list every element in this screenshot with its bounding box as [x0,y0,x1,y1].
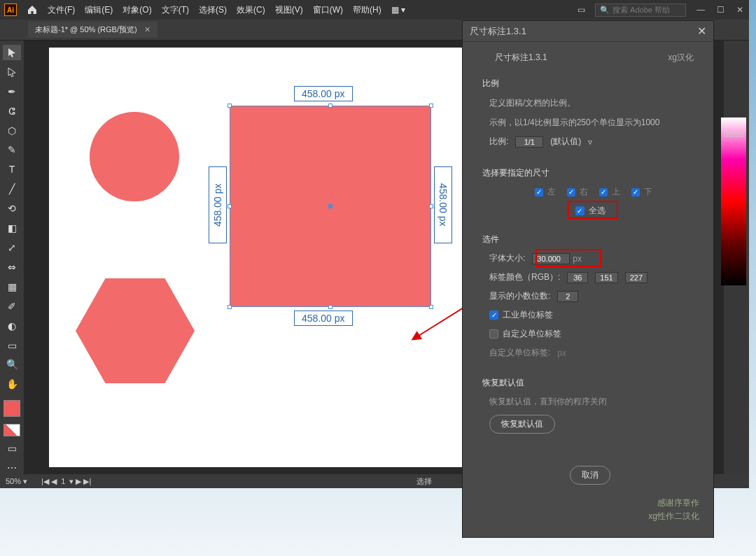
shape-tool-icon[interactable]: ⬡ [3,123,21,138]
menu-object[interactable]: 对象(O) [122,4,151,16]
menu-window[interactable]: 窗口(W) [313,4,343,16]
dialog-header-credit: xg汉化 [668,52,694,64]
menu-type[interactable]: 文字(T) [162,4,189,16]
color-b-field[interactable]: 227 [625,272,648,283]
document-tab[interactable]: 未标题-1* @ 50% (RGB/预览) ✕ [28,22,158,38]
direct-select-tool-icon[interactable] [3,64,21,80]
dim-right-checkbox[interactable]: ✓ [567,188,575,197]
artboard-tool-icon[interactable]: ▭ [3,338,21,353]
artboard[interactable]: 458.00 px 458.00 px 458.00 px 458.00 px [49,48,468,467]
dialog-title: 尺寸标注1.3.1 [470,25,526,38]
decimals-label: 显示的小数位数: [489,290,550,302]
decimals-field[interactable]: 2 [557,291,578,302]
menu-view[interactable]: 视图(V) [275,4,303,16]
artboard-nav[interactable]: |◀ ◀ 1 ▾ ▶ ▶| [41,477,91,486]
curvature-tool-icon[interactable]: ⵛ [3,104,21,119]
ratio-default[interactable]: (默认值) [550,136,581,148]
app-logo-icon: Ai [4,3,17,16]
status-readout: 35353 [724,131,743,138]
color-g-field[interactable]: 151 [595,272,617,283]
cancel-button[interactable]: 取消 [570,466,610,485]
dim-top-checkbox[interactable]: ✓ [599,188,608,197]
menu-select[interactable]: 选择(S) [199,4,227,16]
blend-tool-icon[interactable]: ◐ [3,318,21,334]
industrial-unit-checkbox[interactable]: ✓ [489,311,498,320]
dimension-label-top: 458.00 px [294,86,353,101]
rotate-tool-icon[interactable]: ⟲ [3,201,21,216]
zoom-level[interactable]: 50% ▾ [6,477,27,486]
custom-unit-checkbox[interactable] [489,329,498,338]
search-icon: 🔍 [600,6,610,15]
pen-tool-icon[interactable]: ✒ [3,84,21,99]
dimension-dialog: 尺寸标注1.3.1 ✕ 尺寸标注1.3.1 xg汉化 比例 定义图稿/文档的比例… [462,20,714,538]
select-all-checkbox[interactable]: ✓ [575,206,584,215]
status-mode: 选择 [416,476,432,487]
custom-unit-field[interactable]: px [557,348,566,358]
menu-file[interactable]: 文件(F) [48,4,75,16]
dialog-header-label: 尺寸标注1.3.1 [495,52,547,64]
restore-note: 恢复默认值，直到你的程序关闭 [482,396,698,408]
restore-defaults-button[interactable]: 恢复默认值 [489,415,555,434]
maximize-button[interactable]: ☐ [715,5,725,15]
help-search-input[interactable]: 🔍搜索 Adobe 帮助 [595,3,686,17]
section-ratio-title: 比例 [482,78,698,90]
section-options-title: 选件 [482,234,698,245]
zoom-tool-icon[interactable]: 🔍 [3,357,21,373]
ratio-desc2: 示例，以1/4比例显示的250个单位显示为1000 [482,116,698,129]
select-all-label: 全选 [589,205,606,217]
screen-mode-icon[interactable]: ▭ [3,441,21,456]
dialog-close-icon[interactable]: ✕ [697,24,706,38]
arrange-docs-icon[interactable]: ▭ [578,5,585,15]
ratio-desc1: 定义图稿/文档的比例。 [482,97,698,109]
color-r-field[interactable]: 36 [567,272,588,283]
eraser-tool-icon[interactable]: ◧ [3,220,21,236]
eyedropper-tool-icon[interactable]: ✐ [3,299,21,314]
edit-toolbar-icon[interactable]: ⋯ [3,460,21,476]
workspace-switcher-icon[interactable]: ▦ ▾ [391,5,405,15]
menu-edit[interactable]: 编辑(E) [85,4,113,16]
dimension-label-bottom: 458.00 px [294,311,353,326]
line-tool-icon[interactable]: ╱ [3,181,21,197]
brush-tool-icon[interactable]: ✎ [3,143,21,158]
dim-bottom-checkbox[interactable]: ✓ [631,188,640,197]
hexagon-shape[interactable] [76,278,195,383]
gradient-tool-icon[interactable]: ▦ [3,279,21,294]
dim-left-checkbox[interactable]: ✓ [535,188,543,197]
width-tool-icon[interactable]: ⇔ [3,259,21,275]
rectangle-shape[interactable] [230,106,431,307]
color-mode-swatch[interactable] [4,424,20,436]
tab-close-icon[interactable]: ✕ [144,25,150,34]
section-restore-title: 恢复默认值 [482,377,698,389]
tool-palette: ✒ ⵛ ⬡ ✎ T ╱ ⟲ ◧ ⤢ ⇔ ▦ ✐ ◐ ▭ 🔍 ✋ ▭ ⋯ [0,41,24,476]
tab-title: 未标题-1* @ 50% (RGB/预览) [35,24,137,35]
menu-help[interactable]: 帮助(H) [353,4,382,16]
color-spectrum[interactable] [721,117,746,285]
close-button[interactable]: ✕ [735,5,745,15]
scale-tool-icon[interactable]: ⤢ [3,240,21,255]
fill-stroke-swatch[interactable] [4,400,20,417]
menu-effect[interactable]: 效果(C) [237,4,265,16]
ratio-label: 比例: [489,136,508,148]
minimize-button[interactable]: — [696,5,706,15]
font-size-field[interactable]: 30.000 [532,253,570,264]
type-tool-icon[interactable]: T [3,162,21,177]
font-size-label: 字体大小: [489,252,525,264]
menu-bar: Ai 文件(F) 编辑(E) 对象(O) 文字(T) 选择(S) 效果(C) 视… [0,0,749,20]
label-color-label: 标签颜色（RGB）: [489,271,560,283]
font-size-unit: px [573,254,582,264]
circle-shape[interactable] [90,112,179,201]
dimension-label-right: 458.00 px [434,166,452,243]
section-dims-title: 选择要指定的尺寸 [482,167,698,179]
selection-tool-icon[interactable] [3,45,21,60]
ratio-value[interactable]: 1/1 [515,136,543,148]
dimension-label-left: 458.00 px [209,166,227,243]
hand-tool-icon[interactable]: ✋ [3,376,21,392]
chevron-down-icon[interactable]: ▿ [588,137,592,147]
industrial-unit-label: 工业单位标签 [503,309,553,321]
dialog-credit: 感谢序章作 xg性作二汉化 [648,497,699,523]
home-icon[interactable] [27,4,38,15]
custom-unit-field-label: 自定义单位标签: [489,347,550,359]
custom-unit-label: 自定义单位标签 [503,328,561,340]
